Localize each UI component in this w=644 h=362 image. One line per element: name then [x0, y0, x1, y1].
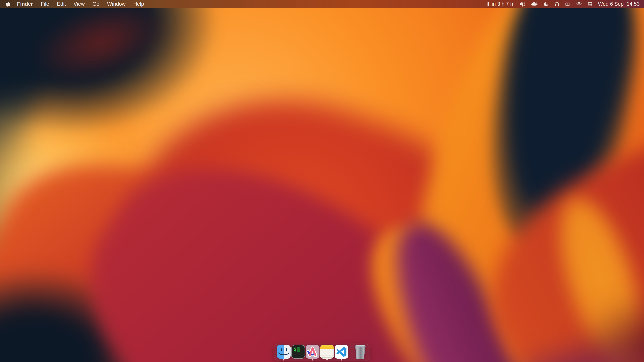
apple-icon	[6, 1, 10, 7]
terminal-icon: $	[291, 345, 305, 359]
app-menu-finder[interactable]: Finder	[13, 0, 37, 8]
finder-icon	[277, 345, 291, 359]
dock-vscode[interactable]	[334, 344, 349, 361]
wallpaper-ventura	[0, 0, 644, 362]
notes-icon	[320, 345, 334, 359]
dock-separator	[351, 346, 351, 358]
arc-browser-icon	[306, 345, 320, 359]
trash-icon	[353, 345, 367, 359]
focus-moon-icon	[543, 1, 549, 7]
dock: $	[274, 344, 370, 361]
wifi-icon	[576, 1, 582, 7]
status-focus[interactable]	[543, 0, 549, 8]
status-headphones[interactable]	[554, 0, 560, 8]
clock-time: 14:53	[626, 1, 640, 7]
menu-file[interactable]: File	[37, 0, 53, 8]
dock-notes[interactable]	[320, 344, 334, 361]
clock-date: Wed 6 Sep	[598, 1, 624, 7]
menu-go[interactable]: Go	[88, 0, 103, 8]
menu-bar-clock[interactable]: Wed 6 Sep 14:53	[598, 0, 640, 8]
status-battery[interactable]	[565, 0, 571, 8]
circled-one-icon	[520, 1, 526, 7]
apple-menu[interactable]	[4, 0, 13, 8]
desktop: Finder File Edit View Go Window Help in …	[0, 0, 644, 362]
menu-bar: Finder File Edit View Go Window Help in …	[0, 0, 644, 8]
vscode-icon	[334, 345, 348, 359]
running-indicator	[341, 359, 342, 361]
menu-bar-left: Finder File Edit View Go Window Help	[0, 0, 148, 8]
menu-view[interactable]: View	[70, 0, 89, 8]
notes-ruled-paper	[320, 349, 334, 359]
status-control-center[interactable]	[587, 0, 593, 8]
menu-help[interactable]: Help	[130, 0, 148, 8]
running-indicator	[326, 359, 328, 361]
dock-trash[interactable]	[353, 344, 368, 361]
status-circled-one[interactable]	[520, 0, 526, 8]
docker-whale-icon	[531, 1, 538, 7]
countdown-label: in 3 h 7 m	[492, 1, 514, 7]
running-indicator	[312, 359, 314, 361]
dock-terminal[interactable]: $	[291, 344, 306, 361]
battery-charging-icon	[565, 1, 571, 7]
headphones-icon	[554, 1, 560, 7]
status-docker[interactable]	[531, 0, 538, 8]
countdown-pill-icon	[488, 2, 489, 6]
dock-finder[interactable]	[276, 344, 291, 361]
dock-arc-browser[interactable]	[306, 344, 320, 361]
menu-edit[interactable]: Edit	[53, 0, 70, 8]
control-center-icon	[587, 1, 593, 7]
notes-yellow-bar	[320, 345, 334, 349]
menu-window[interactable]: Window	[103, 0, 130, 8]
status-wifi[interactable]	[576, 0, 582, 8]
running-indicator	[283, 359, 284, 361]
menu-bar-status: in 3 h 7 m	[488, 0, 644, 8]
status-countdown[interactable]: in 3 h 7 m	[488, 0, 514, 8]
